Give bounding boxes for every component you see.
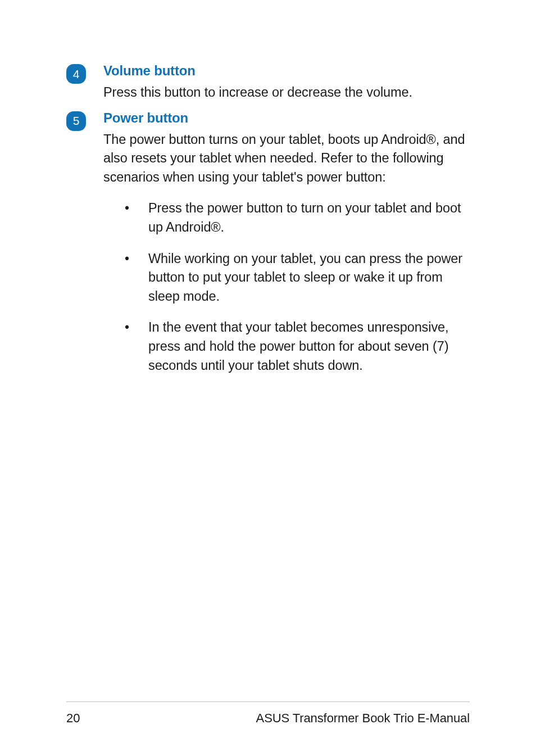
bullet-text: While working on your tablet, you can pr…	[148, 250, 470, 306]
footer-rule	[66, 701, 470, 702]
section-4-body: Press this button to increase or decreas…	[103, 83, 470, 102]
marker-col: 5	[66, 110, 103, 131]
section-5-bullet-list: • Press the power button to turn on your…	[103, 199, 470, 375]
list-item: • Press the power button to turn on your…	[124, 199, 470, 237]
section-5-heading: Power button	[103, 110, 470, 126]
section-5-body: The power button turns on your tablet, b…	[103, 130, 470, 187]
section-4-content: Volume button Press this button to incre…	[103, 63, 470, 102]
document-page: 4 Volume button Press this button to inc…	[0, 0, 536, 756]
list-item: • While working on your tablet, you can …	[124, 250, 470, 306]
callout-marker-5: 5	[66, 111, 86, 131]
doc-title: ASUS Transformer Book Trio E-Manual	[256, 711, 470, 726]
bullet-text: In the event that your tablet becomes un…	[148, 318, 470, 375]
page-number: 20	[66, 711, 80, 726]
list-item: • In the event that your tablet becomes …	[124, 318, 470, 375]
bullet-text: Press the power button to turn on your t…	[148, 199, 470, 237]
bullet-icon: •	[124, 199, 148, 237]
bullet-icon: •	[124, 250, 148, 306]
section-4: 4 Volume button Press this button to inc…	[66, 63, 470, 102]
page-footer: 20 ASUS Transformer Book Trio E-Manual	[66, 711, 470, 726]
callout-marker-4: 4	[66, 64, 86, 84]
bullet-icon: •	[124, 318, 148, 375]
section-5: 5 Power button The power button turns on…	[66, 110, 470, 388]
marker-col: 4	[66, 63, 103, 84]
section-5-content: Power button The power button turns on y…	[103, 110, 470, 388]
section-4-heading: Volume button	[103, 63, 470, 79]
